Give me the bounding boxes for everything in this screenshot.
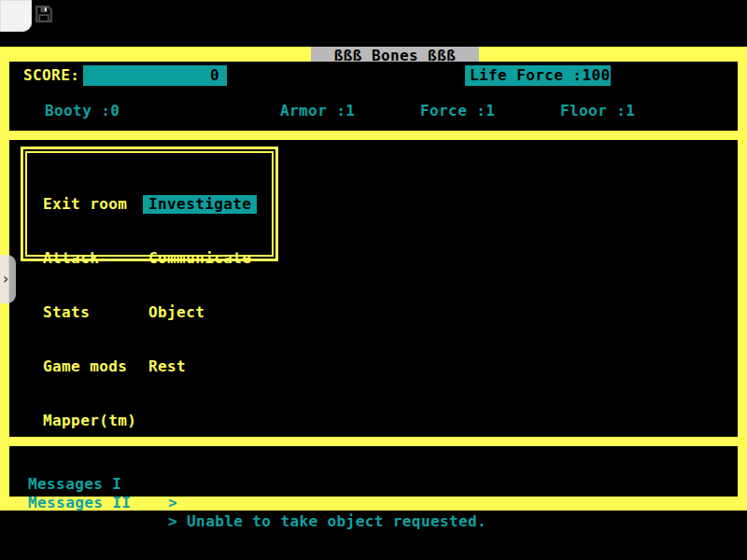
- score-bar: 0: [83, 65, 227, 86]
- menu-item-investigate[interactable]: Investigate: [143, 195, 257, 214]
- stat-armor: Armor :1: [280, 103, 355, 119]
- floppy-disk-icon: [0, 0, 54, 46]
- game-screen: › ßßß Bones ßßß SCORE: 0 Life Force :100…: [0, 0, 747, 560]
- stat-force: Force :1: [420, 103, 495, 119]
- status-panel: SCORE: 0 Life Force :100 Booty :0 Armor …: [9, 62, 738, 131]
- score-value: 0: [210, 66, 219, 84]
- menu-column-left: Exit room Attack Stats Game mods Mapper(…: [37, 160, 142, 466]
- main-panel: Exit room Attack Stats Game mods Mapper(…: [9, 140, 738, 437]
- score-label: SCORE:: [23, 65, 79, 86]
- save-button[interactable]: [0, 0, 32, 32]
- messages-row-1: Messages I >: [9, 456, 738, 475]
- messages-2-label: Messages II: [28, 494, 131, 512]
- messages-2-text: > Unable to take object requested.: [168, 512, 486, 531]
- menu-item-attack[interactable]: Attack: [37, 249, 142, 268]
- action-menu: Exit room Attack Stats Game mods Mapper(…: [21, 147, 278, 261]
- life-force-badge: Life Force :100: [465, 65, 611, 86]
- menu-item-mapper[interactable]: Mapper(tm): [37, 412, 142, 430]
- stat-floor: Floor :1: [560, 103, 635, 119]
- messages-1-text: >: [168, 494, 177, 512]
- menu-item-communicate[interactable]: Communicate: [143, 249, 257, 268]
- chevron-right-icon: ›: [0, 273, 9, 287]
- menu-item-exit-room[interactable]: Exit room: [37, 195, 142, 214]
- sidebar-toggle[interactable]: ›: [0, 255, 16, 303]
- menu-column-right: Investigate Communicate Object Rest: [143, 160, 257, 412]
- menu-item-stats[interactable]: Stats: [37, 303, 142, 322]
- messages-panel: Messages I > Messages II > Unable to tak…: [9, 446, 738, 497]
- game-frame: ßßß Bones ßßß SCORE: 0 Life Force :100 B…: [0, 47, 747, 511]
- menu-item-rest[interactable]: Rest: [143, 357, 257, 376]
- menu-item-object[interactable]: Object: [143, 303, 257, 322]
- stat-booty: Booty :0: [45, 103, 120, 119]
- menu-item-game-mods[interactable]: Game mods: [37, 357, 142, 376]
- messages-row-2: Messages II > Unable to take object requ…: [9, 475, 738, 494]
